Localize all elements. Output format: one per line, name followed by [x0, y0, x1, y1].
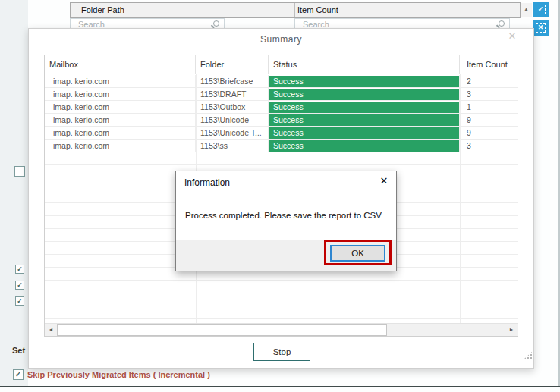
left-options-panel: [0, 0, 28, 386]
cell-status: Success: [269, 114, 460, 126]
information-dialog-title: Information: [184, 177, 230, 188]
folder-path-search-input[interactable]: Search: [70, 18, 225, 29]
table-row[interactable]: imap. kerio.com 1153\Unicode T... Succes…: [45, 127, 518, 140]
cell-mailbox: imap. kerio.com: [45, 114, 196, 126]
cell-folder: 1153\Unicode: [196, 114, 269, 126]
search-icon: [213, 20, 219, 27]
cell-status: Success: [269, 101, 460, 113]
cell-status: Success: [269, 75, 460, 87]
table-row[interactable]: imap. kerio.com 1153\DRAFT Success 3: [45, 88, 518, 101]
table-row[interactable]: imap. kerio.com 1153\Unicode Success 9: [45, 114, 518, 127]
deselect-all-x-icon: ✕: [536, 23, 546, 33]
cell-folder: 1153\DRAFT: [196, 88, 269, 100]
cell-folder: 1153\Unicode T...: [196, 127, 269, 139]
cell-folder: 1153\ss: [196, 140, 269, 152]
skip-incremental-label: Skip Previously Migrated Items ( Increme…: [27, 370, 210, 379]
cell-item-count: 9: [460, 114, 518, 126]
status-success-badge: Success: [269, 89, 459, 100]
background-table-header: Folder Path Item Count: [70, 2, 521, 18]
header-mailbox[interactable]: Mailbox: [45, 55, 196, 74]
status-success-badge: Success: [269, 76, 459, 87]
status-success-badge: Success: [269, 102, 459, 113]
table-row[interactable]: imap. kerio.com 1153\Outbox Success 1: [45, 101, 518, 114]
table-row[interactable]: imap. kerio.com 1153\ss Success 3: [45, 140, 518, 152]
header-status[interactable]: Status: [269, 55, 460, 74]
cell-item-count: 9: [460, 127, 518, 139]
cell-folder: 1153\Outbox: [196, 101, 269, 113]
resize-grip[interactable]: [524, 350, 533, 359]
deselect-all-button[interactable]: ✕: [533, 20, 549, 36]
summary-table-header: Mailbox Folder Status Item Count: [45, 55, 518, 74]
information-dialog: Information ✕ Process completed. Please …: [175, 171, 397, 271]
search-icon: [499, 20, 505, 27]
scroll-left-icon[interactable]: ◄: [45, 324, 57, 336]
column-header-item-count[interactable]: Item Count: [297, 3, 338, 17]
summary-close-icon[interactable]: ✕: [505, 30, 519, 43]
column-divider: [294, 3, 295, 17]
option-checkbox-2[interactable]: ✓: [15, 281, 24, 290]
cell-mailbox: imap. kerio.com: [45, 88, 196, 100]
table-row[interactable]: imap. kerio.com 1153\Briefcase Success 2: [45, 75, 518, 88]
cell-item-count: 1: [460, 101, 518, 113]
status-success-badge: Success: [269, 114, 459, 126]
horizontal-scrollbar[interactable]: ◄ ►: [45, 323, 518, 336]
cell-item-count: 3: [460, 140, 518, 152]
summary-dialog-title: Summary: [29, 34, 533, 45]
option-checkbox-unchecked[interactable]: [14, 166, 25, 177]
item-count-search-input[interactable]: Search: [294, 18, 510, 29]
column-divider: [460, 74, 461, 324]
cell-item-count: 2: [460, 75, 518, 87]
stop-button[interactable]: Stop: [253, 343, 310, 361]
cell-status: Success: [269, 88, 460, 100]
column-header-folder-path[interactable]: Folder Path: [81, 3, 124, 17]
header-folder[interactable]: Folder: [196, 55, 269, 74]
cell-mailbox: imap. kerio.com: [45, 127, 196, 139]
app-window: Folder Path Item Count Search Search ▲ ✓…: [0, 0, 560, 392]
select-all-check-icon: ✓: [536, 5, 546, 14]
cell-status: Success: [269, 127, 460, 139]
information-message: Process completed. Please save the repor…: [185, 211, 382, 220]
cell-item-count: 3: [460, 88, 518, 100]
skip-incremental-checkbox[interactable]: ✓: [13, 369, 24, 380]
status-success-badge: Success: [269, 127, 459, 139]
window-bottom-border: [0, 386, 560, 387]
cell-mailbox: imap. kerio.com: [45, 101, 196, 113]
cell-mailbox: imap. kerio.com: [45, 140, 196, 152]
option-checkbox-1[interactable]: ✓: [15, 265, 24, 274]
cell-mailbox: imap. kerio.com: [45, 75, 196, 87]
ok-button[interactable]: OK: [330, 245, 385, 262]
cell-status: Success: [269, 140, 460, 152]
status-success-badge: Success: [269, 140, 459, 152]
cell-folder: 1153\Briefcase: [196, 75, 269, 87]
scroll-right-icon[interactable]: ►: [505, 324, 518, 336]
header-item-count[interactable]: Item Count: [460, 55, 518, 74]
option-checkbox-3[interactable]: ✓: [15, 296, 24, 306]
scrollbar-up-button[interactable]: ▲: [521, 3, 532, 17]
settings-label: Set: [12, 346, 25, 355]
select-all-button[interactable]: ✓: [533, 2, 549, 17]
scrollbar-thumb[interactable]: [57, 324, 387, 336]
information-close-icon[interactable]: ✕: [378, 175, 390, 187]
